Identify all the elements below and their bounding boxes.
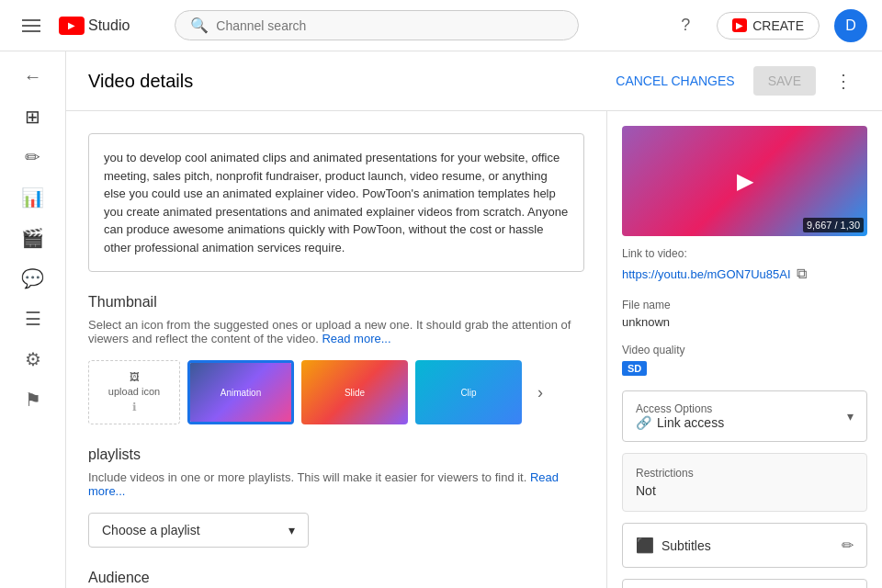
info-icon: ℹ xyxy=(132,401,137,413)
description-text: you to develop cool animated clips and a… xyxy=(104,149,569,256)
audience-section: Audience Is this video intended for chil… xyxy=(88,570,584,588)
sidebar: ← ⊞ ✏ 📊 🎬 💬 ☰ ⚙ ⚑ xyxy=(0,51,66,588)
more-options-button[interactable]: ⋮ xyxy=(827,66,860,96)
youtube-logo: Studio xyxy=(59,17,130,35)
studio-label: Studio xyxy=(88,17,130,34)
video-link[interactable]: https://youtu.be/mGON7Uu85AI xyxy=(622,267,791,281)
videos-icon: 🎬 xyxy=(21,227,44,249)
main-content: Video details CANCEL CHANGES SAVE ⋮ you … xyxy=(66,51,882,588)
content-area: you to develop cool animated clips and a… xyxy=(66,111,882,588)
chevron-down-icon: ▾ xyxy=(847,409,854,424)
save-button[interactable]: SAVE xyxy=(753,66,816,96)
cancel-button[interactable]: CANCEL CHANGES xyxy=(608,66,741,96)
sidebar-item-settings[interactable]: ⚙ xyxy=(0,341,65,378)
sidebar-item-subtitles[interactable]: ☰ xyxy=(0,300,65,337)
analytics-icon: 📊 xyxy=(21,187,44,209)
thumbnail-sub: Select an icon from the suggested ones o… xyxy=(88,318,584,345)
upload-icon: 🖼 xyxy=(130,371,140,382)
back-icon: ← xyxy=(24,66,42,87)
thumbnail-option-1[interactable]: Animation xyxy=(187,360,294,424)
access-title: Access Options xyxy=(636,402,724,415)
description-box: you to develop cool animated clips and a… xyxy=(88,133,584,272)
playlists-title: playlists xyxy=(88,447,584,463)
left-panel: you to develop cool animated clips and a… xyxy=(66,111,606,588)
access-options-section: Access Options 🔗 Link access ▾ xyxy=(622,390,867,442)
help-button[interactable]: ? xyxy=(669,9,702,42)
video-quality-section: Video quality SD xyxy=(622,344,867,376)
youtube-icon xyxy=(59,17,85,35)
chevron-down-icon: ▾ xyxy=(288,523,295,537)
restrictions-section: Restrictions Not xyxy=(622,453,867,512)
sidebar-item-dashboard[interactable]: ⊞ xyxy=(0,98,65,135)
subtitles-section: ⬛ Subtitles ✏ xyxy=(622,523,867,568)
subtitles-edit-button[interactable]: ✏ xyxy=(842,537,854,554)
audience-title: Audience xyxy=(88,570,584,586)
layout: ← ⊞ ✏ 📊 🎬 💬 ☰ ⚙ ⚑ Video details xyxy=(0,51,882,588)
create-button[interactable]: ▶ CREATE xyxy=(717,12,820,40)
sidebar-item-edit[interactable]: ✏ xyxy=(0,139,65,175)
sidebar-item-videos[interactable]: 🎬 xyxy=(0,220,65,256)
create-label: CREATE xyxy=(752,18,804,33)
thumbnail-grid: 🖼 upload icon ℹ Animation Slide xyxy=(88,360,584,424)
thumbnail-option-2[interactable]: Slide xyxy=(301,360,408,424)
edit-icon: ✏ xyxy=(25,146,40,168)
top-nav: Studio 🔍 ? ▶ CREATE D xyxy=(0,0,882,51)
thumbnail-next-arrow[interactable]: › xyxy=(537,383,543,402)
avatar[interactable]: D xyxy=(834,9,867,42)
playlist-dropdown-label: Choose a playlist xyxy=(102,523,200,537)
page-title: Video details xyxy=(88,71,193,92)
thumbnail-option-3[interactable]: Clip xyxy=(415,360,522,424)
video-link-section: Link to video: https://youtu.be/mGON7Uu8… xyxy=(622,247,867,284)
link-label: Link to video: xyxy=(622,247,867,260)
hamburger-menu[interactable] xyxy=(15,8,48,43)
sidebar-item-analytics[interactable]: 📊 xyxy=(0,179,65,216)
quality-label: Video quality xyxy=(622,344,867,356)
search-icon: 🔍 xyxy=(190,17,209,34)
upload-label: upload icon xyxy=(108,386,160,397)
search-bar[interactable]: 🔍 xyxy=(175,10,579,40)
sidebar-item-back[interactable]: ← xyxy=(0,59,65,95)
comments-icon: 💬 xyxy=(21,267,44,289)
settings-icon: ⚙ xyxy=(25,348,41,370)
playlist-section: playlists Include videos in one or more … xyxy=(88,447,584,548)
restrictions-label: Restrictions xyxy=(636,467,854,480)
playlists-sub: Include videos in one or more playlists.… xyxy=(88,470,584,498)
file-name-label: File name xyxy=(622,299,867,311)
video-duration: 9,667 / 1,30 xyxy=(803,218,864,232)
play-icon: ▶ xyxy=(737,168,753,194)
access-value-text: Link access xyxy=(657,415,724,430)
thumbnail-read-more[interactable]: Read more... xyxy=(322,332,390,345)
access-value: 🔗 Link access xyxy=(636,415,724,430)
subtitles-icon: ⬛ xyxy=(636,537,654,554)
file-name-value: unknown xyxy=(622,315,867,329)
search-input[interactable] xyxy=(216,18,563,33)
copy-link-button[interactable]: ⧉ xyxy=(795,264,808,284)
file-name-section: File name unknown xyxy=(622,299,867,329)
link-access-icon: 🔗 xyxy=(636,415,651,430)
subtitles-label: Subtitles xyxy=(662,538,711,553)
thumbnail-title: Thumbnail xyxy=(88,294,584,311)
restrictions-value: Not xyxy=(636,483,854,498)
right-panel: ▶ 9,667 / 1,30 Link to video: https://yo… xyxy=(606,111,882,588)
sidebar-item-comments[interactable]: 💬 xyxy=(0,260,65,297)
header-actions: CANCEL CHANGES SAVE ⋮ xyxy=(608,66,860,96)
quality-badge: SD xyxy=(622,361,647,376)
end-screens-section: 🖥 End screens ✏ xyxy=(622,579,867,588)
page-header: Video details CANCEL CHANGES SAVE ⋮ xyxy=(66,51,882,111)
thumbnail-section: Thumbnail Select an icon from the sugges… xyxy=(88,294,584,424)
feedback-icon: ⚑ xyxy=(25,389,41,411)
captions-icon: ☰ xyxy=(25,308,41,330)
playlist-dropdown[interactable]: Choose a playlist ▾ xyxy=(88,513,309,548)
dashboard-icon: ⊞ xyxy=(25,106,40,128)
sidebar-item-feedback[interactable]: ⚑ xyxy=(0,381,65,418)
thumbnail-nav: › xyxy=(529,383,551,402)
video-preview: ▶ 9,667 / 1,30 xyxy=(622,126,867,236)
upload-icon-box[interactable]: 🖼 upload icon ℹ xyxy=(88,360,180,424)
access-options-dropdown[interactable]: Access Options 🔗 Link access ▾ xyxy=(623,391,866,441)
create-icon: ▶ xyxy=(732,18,747,32)
